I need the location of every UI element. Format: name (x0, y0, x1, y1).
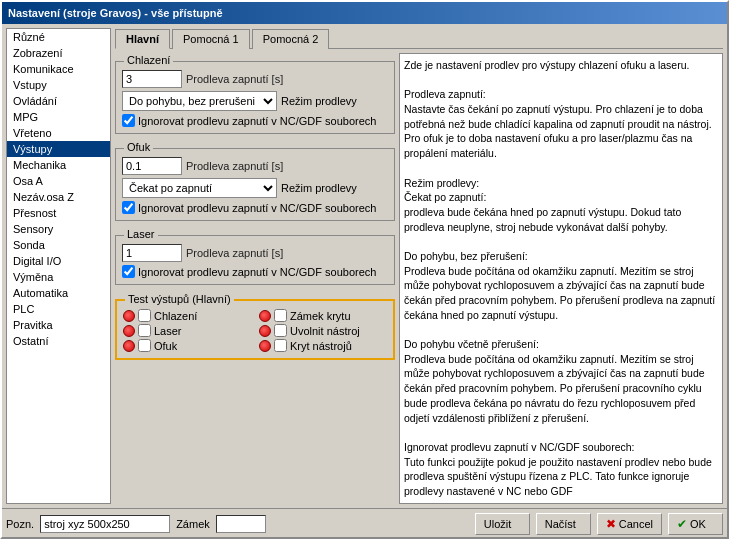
sidebar-item-plc[interactable]: PLC (7, 301, 110, 317)
sidebar-item-komunikace[interactable]: Komunikace (7, 61, 110, 77)
chlazeni-dropdown[interactable]: Do pohybu, bez prerušeni Čekat po zapnut… (122, 91, 277, 111)
sidebar-item-sensory[interactable]: Sensory (7, 221, 110, 237)
ofuk-group: Ofuk Prodleva zapnutí [s] Do pohybu, bez… (115, 148, 395, 221)
sidebar: RůznéZobrazeníKomunikaceVstupyOvládáníMP… (6, 28, 111, 504)
chlazeni-value-input[interactable] (122, 70, 182, 88)
nacist-button[interactable]: Načíst (536, 513, 591, 535)
window-title: Nastavení (stroje Gravos) - vše přístupn… (8, 7, 223, 19)
tab-pomocna2[interactable]: Pomocná 2 (252, 29, 330, 49)
nacist-label: Načíst (545, 518, 576, 530)
led-laser (123, 325, 135, 337)
check-chlazeni[interactable] (138, 309, 151, 322)
main-window: Nastavení (stroje Gravos) - vše přístupn… (0, 0, 729, 539)
ofuk-dropdown-label: Režim prodlevy (281, 182, 357, 194)
check-ofuk[interactable] (138, 339, 151, 352)
chlazeni-group: Chlazení Prodleva zapnutí [s] Do pohybu,… (115, 61, 395, 134)
ofuk-dropdown[interactable]: Do pohybu, bez prerušeni Čekat po zapnut… (122, 178, 277, 198)
chlazeni-dropdown-label: Režim prodlevy (281, 95, 357, 107)
sidebar-item-sonda[interactable]: Sonda (7, 237, 110, 253)
test-item-zamek-krytu: Zámek krytu (259, 309, 387, 322)
ulozit-label: Uložit (484, 518, 512, 530)
test-item-kryt-nastroju: Kryt nástrojů (259, 339, 387, 352)
check-uvolnit-nastroj[interactable] (274, 324, 287, 337)
cancel-icon: ✖ (606, 517, 616, 531)
sidebar-item-mpg[interactable]: MPG (7, 109, 110, 125)
test-item-uvolnit-nastroj: Uvolnit nástroj (259, 324, 387, 337)
sidebar-item-presnost[interactable]: Přesnost (7, 205, 110, 221)
led-kryt-nastroju (259, 340, 271, 352)
sidebar-item-nezav-osa-z[interactable]: Nezáv.osa Z (7, 189, 110, 205)
test-grid: Chlazení Zámek krytu Laser (123, 309, 387, 352)
label-uvolnit-nastroj: Uvolnit nástroj (290, 325, 360, 337)
pozn-label: Pozn. (6, 518, 34, 530)
ok-button[interactable]: ✔ OK (668, 513, 723, 535)
left-panel: Chlazení Prodleva zapnutí [s] Do pohybu,… (115, 53, 395, 504)
label-chlazeni: Chlazení (154, 310, 197, 322)
ofuk-checkbox[interactable] (122, 201, 135, 214)
help-text: Zde je nastavení prodlev pro výstupy chl… (404, 59, 718, 497)
laser-value-input[interactable] (122, 244, 182, 262)
sidebar-item-vystupy[interactable]: Výstupy (7, 141, 110, 157)
led-zamek-krytu (259, 310, 271, 322)
zamek-label: Zámek (176, 518, 210, 530)
chlazeni-checkbox[interactable] (122, 114, 135, 127)
sidebar-item-osa-a[interactable]: Osa A (7, 173, 110, 189)
sidebar-item-mechanika[interactable]: Mechanika (7, 157, 110, 173)
sidebar-item-vstupy[interactable]: Vstupy (7, 77, 110, 93)
help-text-panel: Zde je nastavení prodlev pro výstupy chl… (399, 53, 723, 504)
ofuk-checkbox-label: Ignorovat prodlevu zapnutí v NC/GDF soub… (138, 202, 376, 214)
sidebar-item-zobrazeni[interactable]: Zobrazení (7, 45, 110, 61)
label-zamek-krytu: Zámek krytu (290, 310, 351, 322)
pozn-input[interactable] (40, 515, 170, 533)
sidebar-item-digital-io[interactable]: Digital I/O (7, 253, 110, 269)
led-ofuk (123, 340, 135, 352)
test-vystupu-title: Test výstupů (Hlavní) (125, 293, 234, 305)
ok-label: OK (690, 518, 706, 530)
bottom-bar: Pozn. Zámek Uložit Načíst ✖ Cancel ✔ OK (2, 508, 727, 537)
led-chlazeni (123, 310, 135, 322)
sidebar-item-vymena[interactable]: Výměna (7, 269, 110, 285)
ofuk-label: Prodleva zapnutí [s] (186, 160, 283, 172)
laser-checkbox-label: Ignorovat prodlevu zapnutí v NC/GDF soub… (138, 266, 376, 278)
main-content: HlavníPomocná 1Pomocná 2 Chlazení Prodle… (115, 28, 723, 504)
sidebar-item-ruzne[interactable]: Různé (7, 29, 110, 45)
label-ofuk: Ofuk (154, 340, 177, 352)
sidebar-item-ovladani[interactable]: Ovládání (7, 93, 110, 109)
test-vystupu-group: Test výstupů (Hlavní) Chlazení (115, 299, 395, 360)
sidebar-item-vreteno[interactable]: Vřeteno (7, 125, 110, 141)
test-item-ofuk: Ofuk (123, 339, 251, 352)
chlazeni-title: Chlazení (124, 54, 173, 66)
chlazeni-checkbox-label: Ignorovat prodlevu zapnutí v NC/GDF soub… (138, 115, 376, 127)
cancel-button[interactable]: ✖ Cancel (597, 513, 662, 535)
laser-title: Laser (124, 228, 158, 240)
laser-label: Prodleva zapnutí [s] (186, 247, 283, 259)
tabs: HlavníPomocná 1Pomocná 2 (115, 28, 723, 49)
ulozit-button[interactable]: Uložit (475, 513, 530, 535)
laser-group: Laser Prodleva zapnutí [s] Ignorovat pro… (115, 235, 395, 285)
sidebar-item-ostatni[interactable]: Ostatní (7, 333, 110, 349)
zamek-input[interactable] (216, 515, 266, 533)
titlebar: Nastavení (stroje Gravos) - vše přístupn… (2, 2, 727, 24)
check-laser[interactable] (138, 324, 151, 337)
ok-icon: ✔ (677, 517, 687, 531)
chlazeni-label: Prodleva zapnutí [s] (186, 73, 283, 85)
check-zamek-krytu[interactable] (274, 309, 287, 322)
cancel-label: Cancel (619, 518, 653, 530)
test-item-chlazeni: Chlazení (123, 309, 251, 322)
tab-hlavni[interactable]: Hlavní (115, 29, 170, 49)
check-kryt-nastroju[interactable] (274, 339, 287, 352)
ofuk-title: Ofuk (124, 141, 153, 153)
laser-checkbox[interactable] (122, 265, 135, 278)
label-kryt-nastroju: Kryt nástrojů (290, 340, 352, 352)
sidebar-item-pravitka[interactable]: Pravitka (7, 317, 110, 333)
content-area: Chlazení Prodleva zapnutí [s] Do pohybu,… (115, 53, 723, 504)
label-laser: Laser (154, 325, 182, 337)
tab-pomocna1[interactable]: Pomocná 1 (172, 29, 250, 49)
led-uvolnit-nastroj (259, 325, 271, 337)
ofuk-value-input[interactable] (122, 157, 182, 175)
sidebar-item-automatika[interactable]: Automatika (7, 285, 110, 301)
test-item-laser: Laser (123, 324, 251, 337)
